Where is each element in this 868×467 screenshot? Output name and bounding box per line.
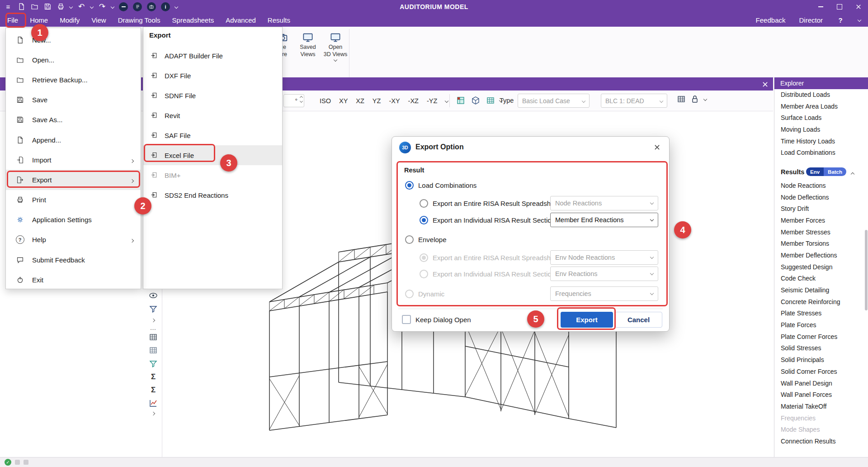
lock-icon[interactable]: [690, 95, 699, 104]
spinner-arrows-icon[interactable]: [300, 96, 302, 102]
chevron-down-icon[interactable]: [90, 5, 94, 8]
export-button[interactable]: Export: [561, 312, 613, 328]
open-3d-views-button[interactable]: Open 3D Views: [322, 32, 349, 61]
file-menu-item-append[interactable]: Append...: [6, 130, 141, 150]
submenu-item-saf-file[interactable]: SAF File: [143, 125, 282, 145]
file-menu-item-print[interactable]: Print: [6, 190, 141, 210]
explorer-item-concrete-reinforcing[interactable]: Concrete Reinforcing: [774, 296, 868, 308]
file-menu-item-open[interactable]: Open...: [6, 50, 141, 70]
submenu-item-revit[interactable]: Revit: [143, 105, 282, 125]
blc-dropdown[interactable]: BLC 1: DEAD: [601, 94, 667, 108]
submenu-item-sdnf-file[interactable]: SDNF File: [143, 86, 282, 105]
explorer-scrollbar-thumb[interactable]: [865, 230, 868, 310]
spreadsheet-icon[interactable]: [148, 332, 158, 342]
redo-icon[interactable]: ↷: [98, 3, 106, 11]
report-tool-icon[interactable]: [133, 2, 142, 11]
radio-load-combinations[interactable]: Load Combinations: [405, 180, 476, 191]
explorer-item-load-combinations[interactable]: Load Combinations: [774, 147, 868, 158]
chevron-down-icon[interactable]: [111, 5, 114, 8]
menu-results[interactable]: Results: [262, 13, 296, 27]
rotation-angle-spinner[interactable]: °: [283, 94, 304, 107]
expand-right-icon[interactable]: [148, 409, 158, 419]
save-icon[interactable]: [43, 3, 52, 11]
menu-view[interactable]: View: [85, 13, 112, 27]
sum-secondary-icon[interactable]: Σ: [148, 385, 158, 395]
maximize-button[interactable]: [830, 0, 849, 13]
submenu-item-dxf-file[interactable]: DXF File: [143, 66, 282, 86]
explorer-item-material-takeoff[interactable]: Material TakeOff: [774, 400, 868, 412]
explorer-item-node-deflections[interactable]: Node Deflections: [774, 191, 868, 203]
model-window-close-icon[interactable]: [761, 81, 769, 88]
chevron-down-icon[interactable]: [703, 97, 707, 101]
saved-views-button[interactable]: Saved Views: [295, 32, 321, 57]
explorer-item-solid-principals[interactable]: Solid Principals: [774, 354, 868, 366]
menu-drawing-tools[interactable]: Drawing Tools: [112, 13, 166, 27]
file-menu-item-save[interactable]: Save: [6, 90, 141, 110]
view-neg-xy-button[interactable]: -XY: [385, 94, 403, 107]
explorer-item-suggested-design[interactable]: Suggested Design: [774, 261, 868, 273]
view-neg-yz-button[interactable]: -YZ: [423, 94, 441, 107]
spreadsheet-results-icon[interactable]: [148, 345, 158, 355]
explorer-item-node-reactions[interactable]: Node Reactions: [774, 180, 868, 191]
explorer-item-plate-forces[interactable]: Plate Forces: [774, 319, 868, 331]
new-file-icon[interactable]: [17, 3, 25, 11]
explorer-item-connection-results[interactable]: Connection Results: [774, 435, 868, 447]
explorer-item-wall-panel-design[interactable]: Wall Panel Design: [774, 377, 868, 389]
chevron-down-icon[interactable]: [175, 5, 178, 8]
render-wireframe-icon[interactable]: [470, 95, 481, 106]
feedback-link[interactable]: Feedback: [756, 16, 786, 24]
file-menu-item-help[interactable]: ? Help: [6, 230, 141, 250]
env-batch-toggle[interactable]: Env Batch: [806, 167, 846, 176]
explorer-item-member-stresses[interactable]: Member Stresses: [774, 226, 868, 238]
close-button[interactable]: [849, 0, 868, 13]
explorer-item-surface-loads[interactable]: Surface Loads: [774, 112, 868, 124]
hamburger-menu-icon[interactable]: ≡: [4, 3, 12, 11]
explorer-item-distributed-loads[interactable]: Distributed Loads: [774, 89, 868, 100]
help-icon[interactable]: ?: [836, 16, 844, 24]
explorer-item-code-check[interactable]: Code Check: [774, 273, 868, 285]
radio-entire-spreadsheet[interactable]: Export an Entire RISA Result Spreadsheet: [420, 198, 560, 209]
print-icon[interactable]: [57, 3, 65, 11]
plan-icon[interactable]: [677, 95, 686, 104]
menu-advanced[interactable]: Advanced: [220, 13, 262, 27]
undo-icon[interactable]: ↶: [77, 3, 85, 11]
explorer-item-time-history-loads[interactable]: Time History Loads: [774, 135, 868, 147]
chevron-down-icon[interactable]: [69, 5, 73, 8]
explorer-item-solid-corner-forces[interactable]: Solid Corner Forces: [774, 366, 868, 377]
file-menu-item-application-settings[interactable]: Application Settings: [6, 210, 141, 230]
cancel-button[interactable]: Cancel: [615, 312, 662, 328]
env-toggle[interactable]: Env: [806, 167, 824, 176]
view-neg-xz-button[interactable]: -XZ: [405, 94, 422, 107]
view-yz-button[interactable]: YZ: [369, 94, 385, 107]
director-link[interactable]: Director: [799, 16, 823, 24]
explorer-item-moving-loads[interactable]: Moving Loads: [774, 124, 868, 135]
render-solid-icon[interactable]: [485, 95, 496, 106]
explorer-item-wall-panel-forces[interactable]: Wall Panel Forces: [774, 389, 868, 400]
menu-spreadsheets[interactable]: Spreadsheets: [166, 13, 220, 27]
explorer-item-seismic-detailing[interactable]: Seismic Detailing: [774, 284, 868, 296]
file-menu-item-new[interactable]: New...: [6, 30, 141, 50]
view-xy-button[interactable]: XY: [335, 94, 351, 107]
explorer-item-plate-stresses[interactable]: Plate Stresses: [774, 308, 868, 319]
chevron-down-icon[interactable]: [858, 18, 861, 22]
camera-tool-icon[interactable]: [147, 2, 156, 11]
view-xz-button[interactable]: XZ: [352, 94, 368, 107]
explorer-item-member-torsions[interactable]: Member Torsions: [774, 238, 868, 249]
radio-envelope[interactable]: Envelope: [405, 234, 447, 245]
collapse-chevron-icon[interactable]: [851, 170, 854, 177]
radio-individual-section[interactable]: Export an Individual RISA Result Section: [420, 214, 555, 225]
file-menu-item-import[interactable]: Import: [6, 150, 141, 170]
menu-home[interactable]: Home: [24, 13, 54, 27]
submenu-item-adapt-builder-file[interactable]: ADAPT Builder File: [143, 46, 282, 66]
explorer-item-member-deflections[interactable]: Member Deflections: [774, 249, 868, 261]
open-file-icon[interactable]: [30, 3, 38, 11]
file-menu-item-export[interactable]: Export: [6, 170, 141, 190]
results-filter-icon[interactable]: [148, 359, 158, 369]
chart-icon[interactable]: [148, 398, 158, 408]
visibility-eye-icon[interactable]: [148, 291, 158, 300]
view-iso-button[interactable]: ISO: [316, 94, 335, 107]
file-menu-item-exit[interactable]: Exit: [6, 270, 141, 290]
explorer-item-member-area-loads[interactable]: Member Area Loads: [774, 100, 868, 112]
info-tool-icon[interactable]: i: [161, 2, 170, 11]
explorer-item-plate-corner-forces[interactable]: Plate Corner Forces: [774, 331, 868, 343]
